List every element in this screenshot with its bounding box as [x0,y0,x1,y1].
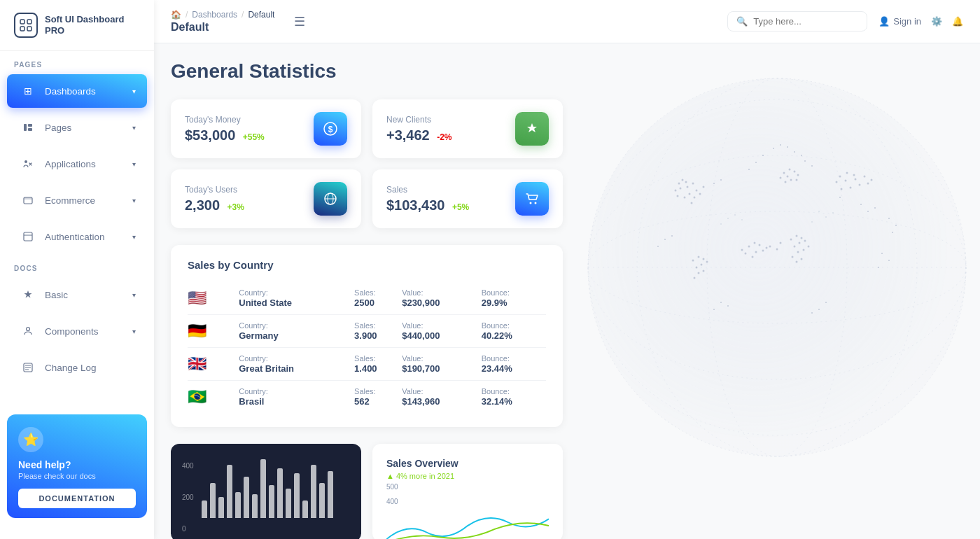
stat-value-sales: $103,430 [386,197,444,213]
ecommerce-icon [18,190,38,210]
sidebar-item-basic[interactable]: Basic ▾ [7,278,147,312]
stat-badge-sales: +5% [452,202,469,212]
header-actions: 👤 Sign in ⚙️ 🔔 [878,16,963,27]
dashboards-icon: ⊞ [18,81,38,101]
sidebar-item-dashboards[interactable]: ⊞ Dashboards ▾ [7,74,147,108]
stat-card-money: Today's Money $53,000 +55% $ [171,99,361,158]
page-header-title: Default [171,21,274,34]
svg-rect-4 [24,124,27,131]
bar-3 [218,497,224,518]
stat-icon-clients [515,112,549,146]
y-label-200: 200 [182,493,194,501]
sidebar-item-label-auth: Authentication [45,232,105,242]
hamburger-icon[interactable]: ☰ [294,14,305,29]
bar-1 [202,500,207,518]
sidebar-item-pages[interactable]: Pages ▾ [7,111,147,144]
stat-value-clients: +3,462 [386,127,430,143]
search-input[interactable] [753,16,858,27]
trend-up-icon: ▲ [386,472,394,480]
chevron-icon: ▾ [132,88,136,95]
y-label-500: 500 [386,483,549,491]
bar-12 [294,473,300,518]
chevron-pages-icon: ▾ [132,124,136,132]
stat-icon-users [314,182,347,216]
table-row: 🇩🇪 Country: Germany Sales: 3.900 [188,315,546,348]
stat-label-clients: New Clients [386,115,452,125]
y-axis: 400 200 0 [182,462,194,533]
logo-area: Soft UI Dashboard PRO [0,0,154,51]
svg-rect-5 [28,124,32,127]
help-star-icon: ⭐ [18,427,43,452]
search-icon: 🔍 [736,16,748,27]
pages-icon [18,118,38,137]
svg-rect-3 [27,27,31,31]
chevron-ecom-icon: ▾ [132,197,136,204]
breadcrumb-dashboards[interactable]: Dashboards [192,10,237,20]
svg-point-12 [27,328,30,331]
stat-info-sales: Sales $103,430 +5% [386,185,469,214]
stat-card-sales: Sales $103,430 +5% [372,169,563,228]
bar-8 [260,459,266,518]
sidebar-item-label-dashboards: Dashboards [45,86,96,97]
bar-11 [286,489,291,518]
sales-overview-subtitle: 4% more in 2021 [396,472,454,480]
section-label-docs: DOCS [0,255,154,276]
chevron-components-icon: ▾ [132,328,136,335]
signin-label: Sign in [893,16,921,27]
search-box[interactable]: 🔍 [727,11,867,31]
bell-icon: 🔔 [952,16,963,27]
applications-icon [18,154,38,174]
bar-10 [277,468,283,518]
chevron-apps-icon: ▾ [132,160,136,168]
content-layout: General Statistics Today's Money $53,000… [171,60,963,539]
svg-rect-2 [20,27,24,31]
bottom-charts-row: 400 200 0 [171,444,563,539]
flag-brazil: 🇧🇷 [188,388,206,406]
header: 🏠 / Dashboards / Default Default ☰ 🔍 👤 S… [154,0,980,43]
sidebar-item-authentication[interactable]: Authentication ▾ [7,220,147,253]
bar-chart-bars [182,455,350,518]
table-row: 🇺🇸 Country: United State Sales: 2500 [188,282,546,315]
breadcrumb-current: Default [248,10,274,20]
left-column: General Statistics Today's Money $53,000… [171,60,563,539]
svg-rect-6 [28,128,32,131]
sidebar-item-applications[interactable]: Applications ▾ [7,147,147,181]
page-title: General Statistics [171,60,563,83]
svg-text:$: $ [328,125,333,134]
sidebar: Soft UI Dashboard PRO PAGES ⊞ Dashboards… [0,0,154,539]
stat-value-money: $53,000 [185,127,235,143]
wave-chart [386,508,549,539]
stat-icon-money: $ [314,112,347,146]
sidebar-item-label-components: Components [45,326,99,337]
bar-15 [319,483,325,518]
content-area: General Statistics Today's Money $53,000… [154,43,980,539]
stat-value-users: 2,300 [185,197,220,213]
stat-info-clients: New Clients +3,462 -2% [386,115,452,144]
svg-rect-1 [27,20,31,24]
signin-action[interactable]: 👤 Sign in [878,16,921,27]
basic-icon [18,285,38,304]
flag-gb: 🇬🇧 [188,355,206,373]
table-row: 🇬🇧 Country: Great Britain Sales: 1.400 [188,348,546,381]
stat-label-money: Today's Money [185,115,265,125]
y-label-400: 400 [386,498,549,505]
sidebar-item-label-changelog: Change Log [45,363,97,373]
sales-overview-title: Sales Overview [386,458,549,469]
y-label-400: 400 [182,462,194,470]
sidebar-item-label-ecommerce: Ecommerce [45,195,95,206]
svg-point-139 [535,202,537,204]
sidebar-item-changelog[interactable]: Change Log [7,351,147,384]
documentation-button[interactable]: DOCUMENTATION [18,489,136,508]
header-left: 🏠 / Dashboards / Default Default ☰ [171,10,305,34]
stat-label-users: Today's Users [185,185,244,195]
settings-action[interactable]: ⚙️ [931,16,942,27]
components-icon [18,321,38,341]
stat-info-users: Today's Users 2,300 +3% [185,185,244,214]
sidebar-item-ecommerce[interactable]: Ecommerce ▾ [7,183,147,217]
notifications-action[interactable]: 🔔 [952,16,963,27]
svg-point-138 [530,202,532,204]
bar-9 [269,485,274,518]
stat-badge-users: +3% [227,202,244,212]
sales-overview-card: Sales Overview ▲ 4% more in 2021 500 400 [372,444,563,539]
sidebar-item-components[interactable]: Components ▾ [7,314,147,348]
